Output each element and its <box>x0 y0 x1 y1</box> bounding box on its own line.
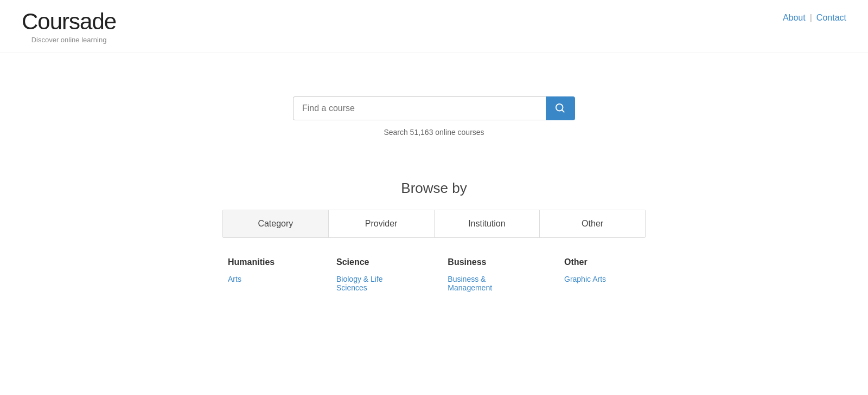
browse-tabs: Category Provider Institution Other <box>222 210 646 238</box>
search-button[interactable] <box>546 96 575 120</box>
categories-grid: Humanities Arts Science Biology & Life S… <box>222 257 646 292</box>
browse-title: Browse by <box>401 180 467 197</box>
browse-section: Browse by Category Provider Institution … <box>0 169 868 314</box>
category-link-biology[interactable]: Biology & Life Sciences <box>336 275 415 292</box>
category-heading-other: Other <box>564 257 640 267</box>
nav-links: About | Contact <box>783 13 846 23</box>
logo-area: Coursade Discover online learning <box>22 9 116 44</box>
about-link[interactable]: About <box>783 13 806 23</box>
category-col-business: Business Business & Management <box>448 257 532 292</box>
search-input[interactable] <box>293 96 546 120</box>
tab-category[interactable]: Category <box>223 210 329 237</box>
hero-section: Search 51,163 online courses <box>0 53 868 169</box>
category-col-science: Science Biology & Life Sciences <box>336 257 415 292</box>
tab-provider[interactable]: Provider <box>329 210 435 237</box>
logo-subtitle: Discover online learning <box>22 36 116 44</box>
category-link-graphic-arts[interactable]: Graphic Arts <box>564 275 640 283</box>
category-heading-business: Business <box>448 257 532 267</box>
category-link-business-management[interactable]: Business & Management <box>448 275 532 292</box>
tab-other[interactable]: Other <box>540 210 645 237</box>
nav-separator: | <box>810 13 812 23</box>
search-count: Search 51,163 online courses <box>384 128 484 137</box>
category-col-humanities: Humanities Arts <box>228 257 304 292</box>
search-bar <box>293 96 575 120</box>
contact-link[interactable]: Contact <box>816 13 846 23</box>
logo-title: Coursade <box>22 9 116 35</box>
category-link-arts[interactable]: Arts <box>228 275 304 283</box>
search-icon <box>556 103 565 113</box>
category-heading-science: Science <box>336 257 415 267</box>
category-col-other: Other Graphic Arts <box>564 257 640 292</box>
header: Coursade Discover online learning About … <box>0 0 868 53</box>
tab-institution[interactable]: Institution <box>435 210 540 237</box>
category-heading-humanities: Humanities <box>228 257 304 267</box>
